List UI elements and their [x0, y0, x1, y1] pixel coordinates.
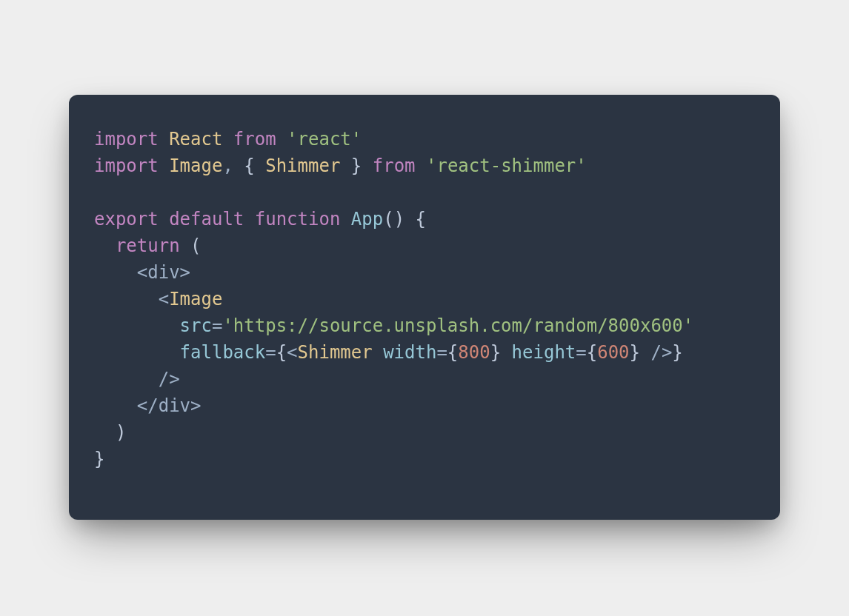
identifier-react: React — [169, 129, 222, 150]
brace-open: { — [447, 342, 458, 363]
comma: , — [222, 155, 233, 176]
space — [640, 342, 650, 363]
brace-open: { — [587, 342, 597, 363]
keyword-return: return — [116, 235, 180, 256]
brace-close: } — [351, 155, 362, 176]
jsx-component-shimmer: Shimmer — [298, 342, 373, 363]
brace-open: { — [416, 209, 426, 230]
paren-close: ) — [116, 422, 126, 443]
brace-close: } — [630, 342, 640, 363]
paren-close: ) — [394, 209, 404, 230]
equals: = — [212, 315, 222, 336]
brace-close: } — [490, 342, 501, 363]
string-url: 'https://source.unsplash.com/random/800x… — [222, 315, 693, 336]
attr-height: height — [512, 342, 576, 363]
code-snippet-card: import React from 'react' import Image, … — [69, 95, 780, 520]
tag-self-close: /> — [159, 369, 180, 389]
angle-open: < — [159, 289, 169, 309]
brace-close: } — [672, 342, 682, 363]
number-800: 800 — [458, 342, 490, 363]
keyword-import: import — [94, 129, 159, 150]
indent — [94, 422, 116, 443]
jsx-component-image: Image — [169, 289, 222, 309]
space — [501, 342, 511, 363]
tag-self-close: /> — [650, 342, 672, 363]
keyword-default: default — [169, 209, 244, 230]
string-react-shimmer: 'react-shimmer' — [426, 155, 587, 176]
brace-open: { — [244, 155, 254, 176]
tag-div-open: <div> — [137, 262, 190, 283]
indent — [94, 369, 159, 389]
equals: = — [576, 342, 586, 363]
indent — [94, 342, 180, 363]
equals: = — [265, 342, 276, 363]
string-react: 'react' — [287, 129, 362, 150]
brace-close: } — [94, 449, 104, 469]
brace-open: { — [276, 342, 287, 363]
space — [373, 342, 383, 363]
attr-src: src — [180, 315, 212, 336]
equals: = — [436, 342, 447, 363]
identifier-shimmer: Shimmer — [265, 155, 340, 176]
keyword-from: from — [373, 155, 416, 176]
paren-open: ( — [190, 235, 201, 256]
indent — [94, 395, 137, 416]
keyword-import: import — [94, 155, 159, 176]
angle-open: < — [287, 342, 297, 363]
paren-open: ( — [383, 209, 393, 230]
function-name-app: App — [351, 209, 383, 230]
keyword-from: from — [233, 129, 276, 150]
identifier-image: Image — [169, 155, 222, 176]
tag-div-close: </div> — [137, 395, 202, 416]
indent — [94, 235, 116, 256]
indent — [94, 315, 180, 336]
keyword-function: function — [255, 209, 341, 230]
number-600: 600 — [597, 342, 629, 363]
attr-width: width — [383, 342, 436, 363]
indent — [94, 262, 137, 283]
keyword-export: export — [94, 209, 159, 230]
indent — [94, 289, 159, 309]
attr-fallback: fallback — [180, 342, 266, 363]
code-block: import React from 'react' import Image, … — [94, 126, 755, 472]
